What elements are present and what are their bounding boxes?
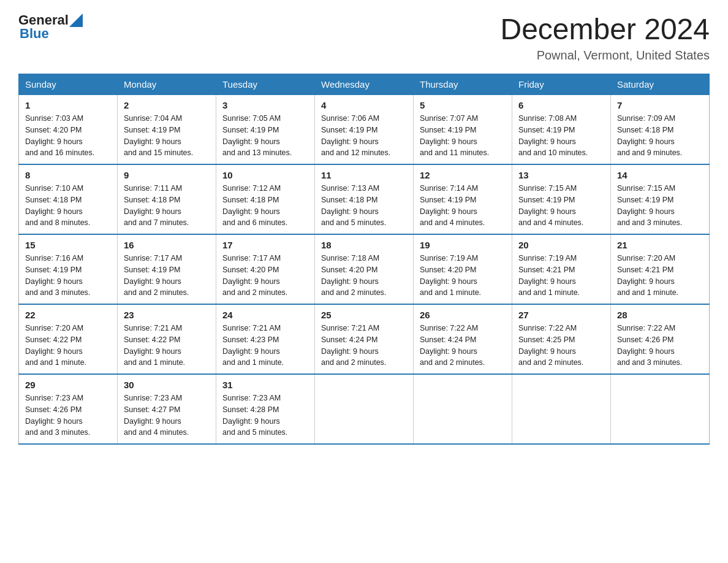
day-number: 25 xyxy=(321,310,407,320)
calendar-cell: 30 Sunrise: 7:23 AMSunset: 4:27 PMDaylig… xyxy=(118,374,216,444)
day-info: Sunrise: 7:08 AMSunset: 4:19 PMDaylight:… xyxy=(518,113,604,159)
calendar-cell: 19 Sunrise: 7:19 AMSunset: 4:20 PMDaylig… xyxy=(414,234,512,304)
day-number: 21 xyxy=(617,240,703,250)
day-info: Sunrise: 7:23 AMSunset: 4:27 PMDaylight:… xyxy=(124,393,210,439)
day-info: Sunrise: 7:22 AMSunset: 4:26 PMDaylight:… xyxy=(617,323,703,369)
day-number: 3 xyxy=(222,100,308,110)
day-info: Sunrise: 7:17 AMSunset: 4:19 PMDaylight:… xyxy=(124,253,210,299)
day-info: Sunrise: 7:15 AMSunset: 4:19 PMDaylight:… xyxy=(518,183,604,229)
day-number: 29 xyxy=(25,380,111,390)
calendar-cell: 28 Sunrise: 7:22 AMSunset: 4:26 PMDaylig… xyxy=(611,304,710,374)
calendar-cell: 25 Sunrise: 7:21 AMSunset: 4:24 PMDaylig… xyxy=(315,304,414,374)
day-number: 27 xyxy=(518,310,604,320)
logo: General Blue xyxy=(18,12,83,42)
day-number: 12 xyxy=(420,170,506,180)
day-number: 6 xyxy=(518,100,604,110)
day-info: Sunrise: 7:19 AMSunset: 4:21 PMDaylight:… xyxy=(518,253,604,299)
day-number: 19 xyxy=(420,240,506,250)
calendar-cell xyxy=(512,374,611,444)
week-row-1: 1 Sunrise: 7:03 AMSunset: 4:20 PMDayligh… xyxy=(19,95,710,165)
day-number: 28 xyxy=(617,310,703,320)
day-info: Sunrise: 7:03 AMSunset: 4:20 PMDaylight:… xyxy=(25,113,111,159)
calendar-cell: 8 Sunrise: 7:10 AMSunset: 4:18 PMDayligh… xyxy=(19,164,118,234)
day-info: Sunrise: 7:15 AMSunset: 4:19 PMDaylight:… xyxy=(617,183,703,229)
day-info: Sunrise: 7:17 AMSunset: 4:20 PMDaylight:… xyxy=(222,253,308,299)
calendar-cell: 15 Sunrise: 7:16 AMSunset: 4:19 PMDaylig… xyxy=(19,234,118,304)
day-info: Sunrise: 7:05 AMSunset: 4:19 PMDaylight:… xyxy=(222,113,308,159)
week-row-4: 22 Sunrise: 7:20 AMSunset: 4:22 PMDaylig… xyxy=(19,304,710,374)
calendar-cell: 11 Sunrise: 7:13 AMSunset: 4:18 PMDaylig… xyxy=(315,164,414,234)
day-header-tuesday: Tuesday xyxy=(216,74,315,95)
day-info: Sunrise: 7:18 AMSunset: 4:20 PMDaylight:… xyxy=(321,253,407,299)
day-info: Sunrise: 7:20 AMSunset: 4:22 PMDaylight:… xyxy=(25,323,111,369)
day-number: 8 xyxy=(25,170,111,180)
logo-triangle-icon xyxy=(69,13,83,27)
calendar-cell: 7 Sunrise: 7:09 AMSunset: 4:18 PMDayligh… xyxy=(611,95,710,165)
day-info: Sunrise: 7:21 AMSunset: 4:22 PMDaylight:… xyxy=(124,323,210,369)
day-info: Sunrise: 7:07 AMSunset: 4:19 PMDaylight:… xyxy=(420,113,506,159)
week-row-5: 29 Sunrise: 7:23 AMSunset: 4:26 PMDaylig… xyxy=(19,374,710,444)
day-number: 20 xyxy=(518,240,604,250)
calendar-cell: 24 Sunrise: 7:21 AMSunset: 4:23 PMDaylig… xyxy=(216,304,315,374)
calendar-cell xyxy=(315,374,414,444)
day-info: Sunrise: 7:22 AMSunset: 4:25 PMDaylight:… xyxy=(518,323,604,369)
calendar-cell: 10 Sunrise: 7:12 AMSunset: 4:18 PMDaylig… xyxy=(216,164,315,234)
day-number: 22 xyxy=(25,310,111,320)
day-info: Sunrise: 7:10 AMSunset: 4:18 PMDaylight:… xyxy=(25,183,111,229)
calendar-cell: 13 Sunrise: 7:15 AMSunset: 4:19 PMDaylig… xyxy=(512,164,611,234)
day-number: 31 xyxy=(222,380,308,390)
calendar-cell: 16 Sunrise: 7:17 AMSunset: 4:19 PMDaylig… xyxy=(118,234,216,304)
day-info: Sunrise: 7:12 AMSunset: 4:18 PMDaylight:… xyxy=(222,183,308,229)
day-header-friday: Friday xyxy=(512,74,611,95)
location: Pownal, Vermont, United States xyxy=(500,48,710,63)
day-info: Sunrise: 7:13 AMSunset: 4:18 PMDaylight:… xyxy=(321,183,407,229)
day-info: Sunrise: 7:19 AMSunset: 4:20 PMDaylight:… xyxy=(420,253,506,299)
day-info: Sunrise: 7:16 AMSunset: 4:19 PMDaylight:… xyxy=(25,253,111,299)
day-info: Sunrise: 7:09 AMSunset: 4:18 PMDaylight:… xyxy=(617,113,703,159)
day-header-sunday: Sunday xyxy=(19,74,118,95)
day-info: Sunrise: 7:23 AMSunset: 4:28 PMDaylight:… xyxy=(222,393,308,439)
day-number: 4 xyxy=(321,100,407,110)
day-number: 23 xyxy=(124,310,210,320)
day-info: Sunrise: 7:20 AMSunset: 4:21 PMDaylight:… xyxy=(617,253,703,299)
day-info: Sunrise: 7:04 AMSunset: 4:19 PMDaylight:… xyxy=(124,113,210,159)
calendar-cell: 20 Sunrise: 7:19 AMSunset: 4:21 PMDaylig… xyxy=(512,234,611,304)
day-number: 9 xyxy=(124,170,210,180)
day-info: Sunrise: 7:11 AMSunset: 4:18 PMDaylight:… xyxy=(124,183,210,229)
calendar-cell: 21 Sunrise: 7:20 AMSunset: 4:21 PMDaylig… xyxy=(611,234,710,304)
day-number: 10 xyxy=(222,170,308,180)
day-header-wednesday: Wednesday xyxy=(315,74,414,95)
day-number: 15 xyxy=(25,240,111,250)
day-number: 13 xyxy=(518,170,604,180)
calendar-cell: 27 Sunrise: 7:22 AMSunset: 4:25 PMDaylig… xyxy=(512,304,611,374)
calendar-cell: 18 Sunrise: 7:18 AMSunset: 4:20 PMDaylig… xyxy=(315,234,414,304)
calendar-cell: 3 Sunrise: 7:05 AMSunset: 4:19 PMDayligh… xyxy=(216,95,315,165)
day-number: 2 xyxy=(124,100,210,110)
title-section: December 2024 Pownal, Vermont, United St… xyxy=(500,12,710,63)
calendar-cell: 31 Sunrise: 7:23 AMSunset: 4:28 PMDaylig… xyxy=(216,374,315,444)
day-info: Sunrise: 7:06 AMSunset: 4:19 PMDaylight:… xyxy=(321,113,407,159)
day-number: 7 xyxy=(617,100,703,110)
day-info: Sunrise: 7:21 AMSunset: 4:24 PMDaylight:… xyxy=(321,323,407,369)
page-header: General Blue December 2024 Pownal, Vermo… xyxy=(18,12,710,63)
calendar-cell: 22 Sunrise: 7:20 AMSunset: 4:22 PMDaylig… xyxy=(19,304,118,374)
day-number: 16 xyxy=(124,240,210,250)
week-row-3: 15 Sunrise: 7:16 AMSunset: 4:19 PMDaylig… xyxy=(19,234,710,304)
day-number: 24 xyxy=(222,310,308,320)
calendar-cell: 17 Sunrise: 7:17 AMSunset: 4:20 PMDaylig… xyxy=(216,234,315,304)
day-number: 30 xyxy=(124,380,210,390)
day-number: 5 xyxy=(420,100,506,110)
day-info: Sunrise: 7:21 AMSunset: 4:23 PMDaylight:… xyxy=(222,323,308,369)
svg-marker-0 xyxy=(69,13,83,27)
day-info: Sunrise: 7:14 AMSunset: 4:19 PMDaylight:… xyxy=(420,183,506,229)
day-number: 17 xyxy=(222,240,308,250)
calendar-cell: 2 Sunrise: 7:04 AMSunset: 4:19 PMDayligh… xyxy=(118,95,216,165)
day-header-row: SundayMondayTuesdayWednesdayThursdayFrid… xyxy=(19,74,710,95)
week-row-2: 8 Sunrise: 7:10 AMSunset: 4:18 PMDayligh… xyxy=(19,164,710,234)
calendar-cell: 9 Sunrise: 7:11 AMSunset: 4:18 PMDayligh… xyxy=(118,164,216,234)
calendar-cell: 12 Sunrise: 7:14 AMSunset: 4:19 PMDaylig… xyxy=(414,164,512,234)
calendar-cell: 26 Sunrise: 7:22 AMSunset: 4:24 PMDaylig… xyxy=(414,304,512,374)
month-title: December 2024 xyxy=(500,12,710,46)
day-header-thursday: Thursday xyxy=(414,74,512,95)
day-number: 11 xyxy=(321,170,407,180)
